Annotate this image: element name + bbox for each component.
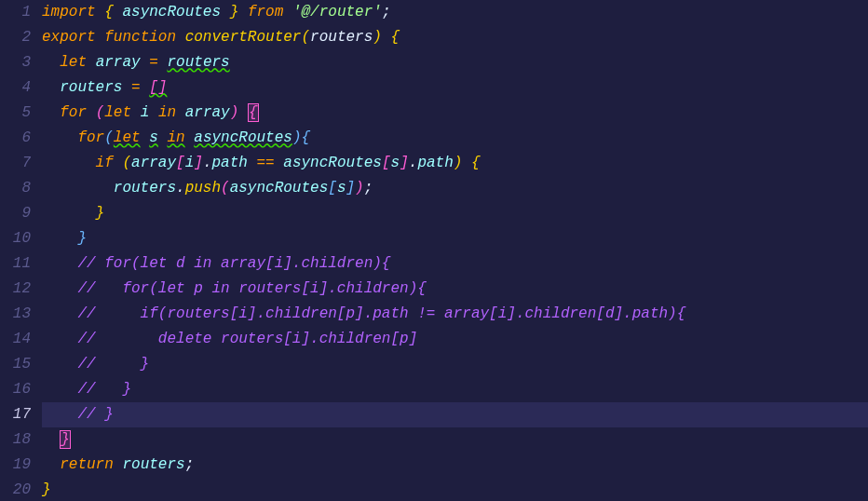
code-line[interactable]: } — [42, 478, 868, 501]
paren-close: ) — [454, 155, 463, 171]
paren-open: ( — [301, 29, 310, 46]
kw-from: from — [248, 4, 283, 20]
kw-in: in — [167, 129, 184, 146]
identifier: array — [185, 104, 230, 121]
brace-open: { — [248, 103, 259, 122]
bracket-open: [ — [176, 155, 185, 171]
brace-close: } — [77, 230, 87, 247]
bracket-close: ] — [346, 180, 356, 196]
paren-open: ( — [96, 104, 105, 121]
identifier: asyncRoutes — [194, 129, 292, 146]
brackets: [] — [149, 79, 167, 96]
paren-open: ( — [122, 155, 131, 171]
identifier: routers — [114, 180, 176, 196]
semicolon: ; — [185, 456, 195, 473]
semicolon: ; — [364, 180, 373, 196]
line-number: 5 — [0, 101, 31, 126]
kw-let: let — [60, 54, 87, 71]
brace-open: { — [391, 29, 400, 46]
identifier: i — [141, 104, 150, 121]
kw-if: if — [96, 155, 114, 171]
line-number: 12 — [0, 277, 31, 302]
paren-open: ( — [221, 180, 230, 196]
code-line[interactable]: } — [42, 201, 868, 226]
kw-for: for — [77, 129, 104, 146]
identifier: s — [391, 155, 400, 171]
code-line[interactable]: // if(routers[i].children[p].path != arr… — [42, 302, 868, 327]
code-area[interactable]: import { asyncRoutes } from '@/router'; … — [42, 0, 868, 501]
comment: // } — [77, 381, 131, 398]
brace-open: { — [104, 4, 114, 20]
line-number: 18 — [0, 427, 31, 453]
code-line[interactable]: routers.push(asyncRoutes[s]); — [42, 176, 868, 201]
line-number: 2 — [0, 25, 31, 50]
line-number: 15 — [0, 352, 31, 377]
line-number: 19 — [0, 453, 31, 478]
semicolon: ; — [382, 4, 391, 20]
line-number: 13 — [0, 302, 31, 327]
code-line[interactable]: // delete routers[i].children[p] — [42, 327, 868, 352]
line-number: 1 — [0, 0, 31, 25]
code-editor[interactable]: 1 2 3 4 5 6 7 8 9 10 11 12 13 14 15 16 1… — [0, 0, 868, 501]
line-number: 6 — [0, 126, 31, 151]
code-line[interactable]: } — [42, 427, 868, 453]
comment: // delete routers[i].children[p] — [77, 331, 417, 347]
code-line[interactable]: // for(let d in array[i].children){ — [42, 251, 868, 277]
dot: . — [409, 155, 418, 171]
bracket-open: [ — [382, 155, 391, 171]
identifier: asyncRoutes — [122, 4, 221, 20]
comment: // for(let p in routers[i].children){ — [77, 280, 426, 297]
code-line[interactable]: export function convertRouter(routers) { — [42, 25, 868, 50]
code-line[interactable]: import { asyncRoutes } from '@/router'; — [42, 0, 868, 25]
parameter: routers — [310, 29, 373, 46]
dot: . — [176, 180, 185, 196]
code-line[interactable]: // } — [42, 402, 868, 427]
brace-close: } — [230, 4, 239, 20]
code-line[interactable]: // } — [42, 352, 868, 377]
comment: // if(routers[i].children[p].path != arr… — [77, 305, 685, 322]
identifier: routers — [167, 54, 229, 71]
bracket-close: ] — [400, 155, 409, 171]
line-number: 8 — [0, 176, 31, 201]
line-number: 14 — [0, 327, 31, 352]
line-number: 4 — [0, 75, 31, 101]
identifier: s — [149, 129, 158, 146]
comment: // for(let d in array[i].children){ — [77, 255, 390, 272]
code-line[interactable]: if (array[i].path == asyncRoutes[s].path… — [42, 151, 868, 176]
kw-function: function — [104, 29, 176, 46]
brace-close: } — [96, 205, 105, 222]
property: path — [211, 155, 247, 171]
identifier: s — [337, 180, 346, 196]
operator: = — [131, 79, 141, 96]
code-line[interactable]: routers = [] — [42, 75, 868, 101]
kw-let: let — [104, 104, 131, 121]
code-line[interactable]: } — [42, 226, 868, 251]
comment: // } — [77, 356, 149, 372]
paren-close: ) — [292, 129, 302, 146]
operator: == — [257, 155, 275, 171]
code-line[interactable]: // for(let p in routers[i].children){ — [42, 277, 868, 302]
code-line[interactable]: let array = routers — [42, 50, 868, 75]
line-number: 10 — [0, 226, 31, 251]
line-number: 11 — [0, 251, 31, 277]
method: push — [185, 180, 221, 196]
code-line[interactable]: return routers; — [42, 453, 868, 478]
identifier: i — [185, 155, 195, 171]
line-number: 17 — [0, 402, 31, 427]
code-line[interactable]: for(let s in asyncRoutes){ — [42, 126, 868, 151]
brace-close: } — [42, 481, 51, 498]
line-number: 20 — [0, 478, 31, 501]
paren-open: ( — [104, 129, 114, 146]
string-literal: '@/router' — [292, 4, 382, 20]
line-number-gutter: 1 2 3 4 5 6 7 8 9 10 11 12 13 14 15 16 1… — [0, 0, 42, 501]
kw-for: for — [60, 104, 87, 121]
code-line[interactable]: for (let i in array) { — [42, 101, 868, 126]
paren-close: ) — [373, 29, 382, 46]
kw-return: return — [60, 456, 114, 473]
brace-close: } — [60, 430, 71, 449]
identifier: routers — [122, 456, 184, 473]
line-number: 7 — [0, 151, 31, 176]
identifier: array — [131, 155, 176, 171]
identifier: array — [96, 54, 141, 71]
code-line[interactable]: // } — [42, 377, 868, 402]
